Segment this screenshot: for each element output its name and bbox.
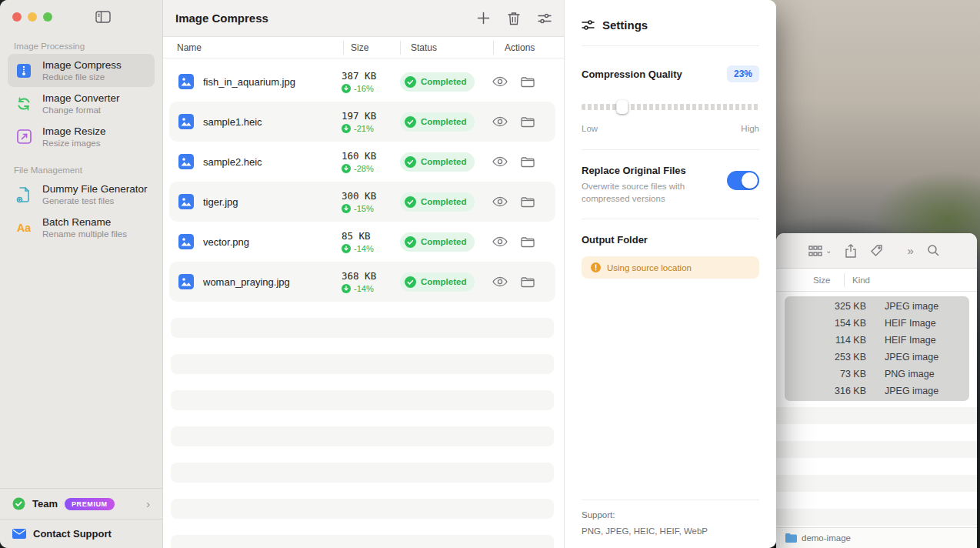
preview-eye-button[interactable] — [492, 116, 508, 127]
finder-row[interactable]: 253 KB JPEG image — [785, 349, 969, 366]
table-row[interactable]: woman_praying.jpg 368 KB -14% Completed — [169, 262, 555, 302]
file-size: 197 KB — [342, 110, 400, 122]
table-row[interactable]: sample2.heic 160 KB -28% Completed — [169, 142, 555, 182]
finder-row[interactable]: 316 KB JPEG image — [785, 383, 969, 399]
file-size: 160 KB — [342, 150, 400, 162]
show-in-folder-button[interactable] — [521, 236, 535, 248]
preview-eye-button[interactable] — [492, 276, 508, 287]
finder-size-column-header[interactable]: Size — [776, 276, 844, 285]
finder-row[interactable]: 154 KB HEIF Image — [785, 315, 969, 332]
column-header-size[interactable]: Size — [343, 41, 400, 55]
slider-track[interactable] — [582, 104, 759, 110]
slider-thumb[interactable] — [617, 100, 628, 114]
share-icon[interactable] — [845, 244, 857, 258]
sidebar-section-label: Image Processing — [14, 42, 148, 51]
tag-icon[interactable] — [870, 244, 883, 257]
file-size: 387 KB — [342, 70, 400, 82]
quality-slider[interactable] — [582, 100, 759, 114]
reduction-percent: -15% — [354, 204, 374, 213]
show-in-folder-button[interactable] — [521, 196, 535, 208]
image-thumbnail-icon — [178, 114, 194, 129]
show-in-folder-button[interactable] — [521, 276, 535, 288]
finder-row[interactable]: 73 KB PNG image — [785, 366, 969, 383]
file-size: 253 KB — [785, 352, 871, 363]
preview-eye-button[interactable] — [492, 196, 508, 207]
support-label: Support: — [582, 510, 759, 520]
contact-support-label: Contact Support — [33, 528, 112, 540]
toggle-knob — [742, 172, 758, 189]
table-row[interactable]: tiger.jpg 300 KB -15% Completed — [169, 182, 555, 222]
toggle-sidebar-button[interactable] — [95, 11, 111, 23]
status-badge: Completed — [400, 272, 475, 292]
finder-toolbar: ⌄ » — [776, 233, 977, 269]
check-circle-icon — [405, 156, 416, 168]
preview-eye-button[interactable] — [492, 76, 508, 87]
finder-window[interactable]: ⌄ » Size Kind 325 KB JPEG image 15 — [776, 233, 977, 548]
more-toolbar-icon[interactable]: » — [907, 244, 913, 257]
settings-panel: Settings Compression Quality 23% Low Hig… — [564, 0, 776, 548]
sidebar-item-batch-rename[interactable]: Aa Batch Rename Rename multiple files — [8, 211, 155, 244]
rename-aa-icon: Aa — [14, 222, 34, 234]
replace-original-label: Replace Original Files — [582, 165, 695, 176]
show-in-folder-button[interactable] — [521, 76, 535, 88]
reduction-down-icon — [342, 284, 351, 293]
contact-support-row[interactable]: Contact Support — [0, 519, 162, 548]
output-location-warning: Using source location — [582, 256, 759, 279]
settings-filters-icon — [582, 19, 595, 31]
sidebar-item-title: Dummy File Generator — [42, 183, 148, 195]
file-name: tiger.jpg — [203, 196, 238, 208]
column-header-name[interactable]: Name — [163, 41, 343, 55]
zoom-window-button[interactable] — [43, 12, 52, 22]
reduction-percent: -16% — [354, 84, 374, 93]
minimize-window-button[interactable] — [28, 12, 37, 22]
image-thumbnail-icon — [178, 274, 194, 289]
column-header-status[interactable]: Status — [400, 41, 493, 55]
sidebar-item-image-compress[interactable]: Image Compress Reduce file size — [8, 54, 155, 87]
file-name: sample1.heic — [203, 116, 262, 128]
page-title: Image Compress — [175, 12, 268, 25]
preview-eye-button[interactable] — [492, 236, 508, 247]
trash-button[interactable] — [508, 12, 520, 25]
table-row[interactable]: sample1.heic 197 KB -21% Completed — [169, 102, 555, 142]
table-row[interactable]: vector.png 85 KB -14% Completed — [169, 222, 555, 262]
finder-kind-column-header[interactable]: Kind — [852, 276, 870, 285]
check-circle-icon — [405, 116, 416, 128]
table-row[interactable]: fish_in_aquarium.jpg 387 KB -16% Complet… — [169, 62, 555, 102]
reduction-percent: -28% — [354, 164, 374, 173]
file-size: 73 KB — [785, 369, 871, 379]
sidebar-item-image-resize[interactable]: Image Resize Resize images — [8, 120, 155, 153]
path-folder-name[interactable]: demo-image — [802, 533, 851, 543]
empty-row-placeholder — [171, 354, 554, 374]
search-icon[interactable] — [927, 244, 940, 257]
file-kind: HEIF Image — [871, 318, 936, 329]
sidebar-item-title: Image Resize — [42, 125, 106, 137]
main-panel: Image Compress Name Size — [163, 0, 564, 548]
finder-row[interactable]: 325 KB JPEG image — [785, 298, 969, 315]
team-row[interactable]: Team PREMIUM › — [0, 488, 162, 519]
sidebar-item-subtitle: Change format — [42, 105, 120, 115]
finder-column-headers: Size Kind — [776, 269, 977, 292]
close-window-button[interactable] — [12, 12, 22, 22]
add-files-button[interactable] — [477, 12, 490, 25]
file-name: woman_praying.jpg — [203, 276, 290, 288]
show-in-folder-button[interactable] — [521, 156, 535, 168]
replace-original-toggle[interactable] — [727, 171, 759, 190]
warning-info-icon — [591, 262, 601, 272]
empty-row-placeholder — [171, 318, 554, 338]
sidebar-item-dummy-file-generator[interactable]: Dummy File Generator Generate test files — [8, 178, 155, 211]
finder-row[interactable]: 114 KB HEIF Image — [785, 332, 969, 349]
file-name: sample2.heic — [203, 156, 262, 168]
view-options-button[interactable]: ⌄ — [808, 246, 832, 256]
file-name: vector.png — [203, 236, 249, 248]
slider-low-label: Low — [582, 124, 598, 133]
slider-high-label: High — [741, 124, 759, 133]
envelope-icon — [12, 529, 26, 539]
preview-eye-button[interactable] — [492, 156, 508, 167]
file-name: fish_in_aquarium.jpg — [203, 76, 295, 88]
check-circle-icon — [405, 276, 416, 288]
filters-button[interactable] — [538, 12, 552, 25]
file-kind: JPEG image — [871, 386, 938, 396]
sidebar-item-image-converter[interactable]: Image Converter Change format — [8, 87, 155, 120]
show-in-folder-button[interactable] — [521, 116, 535, 128]
column-header-actions[interactable]: Actions — [493, 41, 555, 55]
